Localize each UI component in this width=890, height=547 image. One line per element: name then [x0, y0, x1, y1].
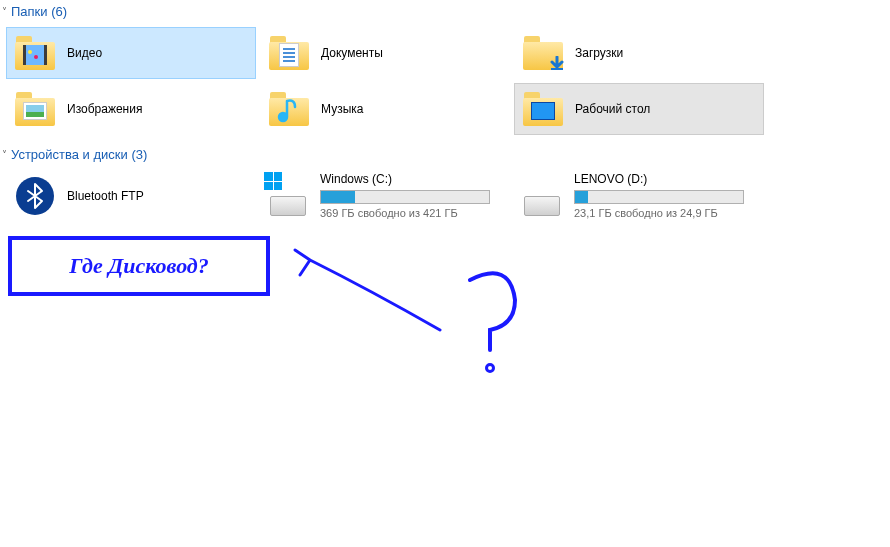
folder-documents[interactable]: Документы	[260, 27, 510, 79]
pictures-folder-icon	[11, 85, 59, 133]
annotation-box: Где Дисковод?	[8, 236, 270, 296]
devices-section-header[interactable]: ˅ Устройства и диски (3)	[0, 143, 890, 166]
drive-subtitle: 369 ГБ свободно из 421 ГБ	[320, 207, 506, 219]
annotation-text: Где Дисковод?	[69, 253, 209, 279]
drive-c[interactable]: Windows (C:) 369 ГБ свободно из 421 ГБ	[260, 170, 510, 222]
folder-label: Рабочий стол	[575, 102, 650, 116]
device-bluetooth-ftp[interactable]: Bluetooth FTP	[6, 170, 256, 222]
svg-point-2	[487, 365, 494, 372]
annotation-arrow-icon	[280, 230, 620, 410]
folders-grid: Видео Документы Загрузки Изображения	[0, 23, 890, 143]
folder-label: Видео	[67, 46, 102, 60]
downloads-folder-icon	[519, 29, 567, 77]
device-label: Bluetooth FTP	[67, 189, 144, 203]
folder-pictures[interactable]: Изображения	[6, 83, 256, 135]
drive-capacity-bar	[320, 190, 490, 204]
drive-info: LENOVO (D:) 23,1 ГБ свободно из 24,9 ГБ	[574, 172, 760, 219]
folder-downloads[interactable]: Загрузки	[514, 27, 764, 79]
video-folder-icon	[11, 29, 59, 77]
folder-desktop[interactable]: Рабочий стол	[514, 83, 764, 135]
system-drive-icon	[264, 172, 312, 220]
bluetooth-icon	[11, 172, 59, 220]
folder-video[interactable]: Видео	[6, 27, 256, 79]
desktop-folder-icon	[519, 85, 567, 133]
drive-d[interactable]: LENOVO (D:) 23,1 ГБ свободно из 24,9 ГБ	[514, 170, 764, 222]
documents-folder-icon	[265, 29, 313, 77]
chevron-down-icon: ˅	[2, 6, 7, 17]
drive-subtitle: 23,1 ГБ свободно из 24,9 ГБ	[574, 207, 760, 219]
data-drive-icon	[518, 172, 566, 220]
svg-rect-0	[551, 68, 563, 70]
drive-title: LENOVO (D:)	[574, 172, 760, 186]
drive-info: Windows (C:) 369 ГБ свободно из 421 ГБ	[320, 172, 506, 219]
folder-music[interactable]: Музыка	[260, 83, 510, 135]
devices-row: Bluetooth FTP Windows (C:) 369 ГБ свобод…	[0, 166, 890, 230]
chevron-down-icon: ˅	[2, 149, 7, 160]
drive-capacity-bar	[574, 190, 744, 204]
devices-section-title: Устройства и диски (3)	[11, 147, 147, 162]
svg-point-1	[279, 113, 287, 121]
folders-section-header[interactable]: ˅ Папки (6)	[0, 0, 890, 23]
music-folder-icon	[265, 85, 313, 133]
folder-label: Музыка	[321, 102, 363, 116]
folders-section-title: Папки (6)	[11, 4, 67, 19]
folder-label: Изображения	[67, 102, 142, 116]
folder-label: Документы	[321, 46, 383, 60]
drive-title: Windows (C:)	[320, 172, 506, 186]
folder-label: Загрузки	[575, 46, 623, 60]
